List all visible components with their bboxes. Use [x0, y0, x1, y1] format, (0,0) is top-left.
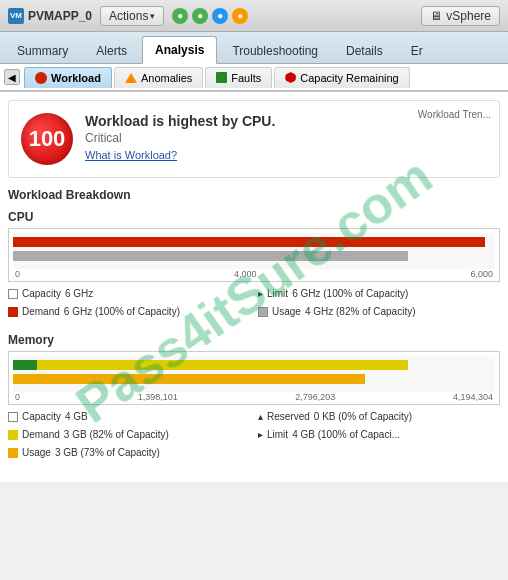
main-content: 100 Workload is highest by CPU. Critical… — [0, 92, 508, 482]
cpu-usage-label: Usage — [272, 304, 301, 320]
cpu-demand-bar — [13, 237, 485, 247]
cpu-usage-icon — [258, 307, 268, 317]
memory-usage-value: 3 GB (73% of Capacity) — [55, 445, 160, 461]
cpu-capacity-label: Capacity — [22, 286, 61, 302]
actions-label: Actions — [109, 9, 148, 23]
nav-icon-3[interactable]: ● — [212, 8, 228, 24]
nav-icon-2[interactable]: ● — [192, 8, 208, 24]
app-title: VM PVMAPP_0 — [8, 8, 92, 24]
trend-label: Workload Tren... — [418, 109, 491, 120]
alert-badge-value: 100 — [29, 126, 66, 152]
cpu-axis: 0 4,000 6,000 — [13, 269, 495, 279]
nav-icon-1[interactable]: ● — [172, 8, 188, 24]
sub-tab-capacity-label: Capacity Remaining — [300, 72, 398, 84]
memory-chart-area: 0 1,398,101 2,796,203 4,194,304 — [8, 351, 500, 405]
capacity-icon — [285, 72, 296, 83]
cpu-demand-row: Demand 6 GHz (100% of Capacity) — [8, 304, 250, 320]
tab-er[interactable]: Er — [398, 37, 436, 64]
workload-icon — [35, 72, 47, 84]
cpu-limit-label: Limit — [267, 286, 288, 302]
cpu-demand-label: Demand — [22, 304, 60, 320]
alert-box: 100 Workload is highest by CPU. Critical… — [8, 100, 500, 178]
memory-demand-bar — [13, 360, 408, 370]
memory-demand-icon — [8, 430, 18, 440]
sub-tab-prev[interactable]: ◀ — [4, 69, 20, 85]
memory-axis-2: 2,796,203 — [295, 392, 335, 402]
faults-icon — [216, 72, 227, 83]
memory-chart-section: Memory 0 1,398,101 2,796,203 4,194,304 C… — [8, 333, 500, 462]
memory-bar-container — [13, 356, 495, 392]
cpu-axis-0: 0 — [15, 269, 20, 279]
tab-analysis[interactable]: Analysis — [142, 36, 217, 64]
sub-tab-capacity[interactable]: Capacity Remaining — [274, 67, 409, 88]
title-bar: VM PVMAPP_0 Actions ▾ ● ● ● ● 🖥 vSphere — [0, 0, 508, 32]
sub-tab-faults[interactable]: Faults — [205, 67, 272, 88]
alert-severity: Critical — [85, 131, 487, 145]
vsphere-icon: 🖥 — [430, 9, 442, 23]
app-icon: VM — [8, 8, 24, 24]
memory-legend-grid: Capacity 4 GB ▴ Reserved 0 KB (0% of Cap… — [8, 409, 500, 462]
sub-tab-anomalies-label: Anomalies — [141, 72, 192, 84]
memory-axis-0: 0 — [15, 392, 20, 402]
sub-tabs-row: ◀ Workload Anomalies Faults Capacity Rem… — [0, 64, 508, 92]
memory-usage-bar — [13, 374, 365, 384]
alert-badge: 100 — [21, 113, 73, 165]
cpu-chart-section: CPU 0 4,000 6,000 Capacity 6 GHz — [8, 210, 500, 321]
sub-tab-workload-label: Workload — [51, 72, 101, 84]
memory-usage-label: Usage — [22, 445, 51, 461]
memory-limit-label: Limit — [267, 427, 288, 443]
memory-reserved-marker: ▴ — [258, 409, 263, 425]
memory-usage-icon — [8, 448, 18, 458]
cpu-legend: Capacity 6 GHz ▸ Limit 6 GHz (100% of Ca… — [8, 286, 500, 321]
cpu-axis-4000: 4,000 — [234, 269, 257, 279]
memory-reserved-label: Reserved — [267, 409, 310, 425]
cpu-demand-icon — [8, 307, 18, 317]
tab-troubleshooting[interactable]: Troubleshooting — [219, 37, 331, 64]
memory-legend: Capacity 4 GB ▴ Reserved 0 KB (0% of Cap… — [8, 409, 500, 462]
memory-limit-value: 4 GB (100% of Capaci... — [292, 427, 400, 443]
memory-reserved-row: ▴ Reserved 0 KB (0% of Capacity) — [258, 409, 500, 425]
cpu-demand-value: 6 GHz (100% of Capacity) — [64, 304, 180, 320]
cpu-label: CPU — [8, 210, 500, 224]
cpu-chart-area: 0 4,000 6,000 — [8, 228, 500, 282]
app-name: PVMAPP_0 — [28, 9, 92, 23]
cpu-usage-row: Usage 4 GHz (82% of Capacity) — [258, 304, 500, 320]
cpu-usage-bar — [13, 251, 408, 261]
memory-capacity-value: 4 GB — [65, 409, 88, 425]
cpu-limit-value: 6 GHz (100% of Capacity) — [292, 286, 408, 302]
actions-arrow: ▾ — [150, 11, 155, 21]
memory-axis-3: 4,194,304 — [453, 392, 493, 402]
cpu-bar-container — [13, 233, 495, 269]
cpu-capacity-icon — [8, 289, 18, 299]
memory-capacity-icon — [8, 412, 18, 422]
alert-text: Workload is highest by CPU. Critical Wha… — [85, 113, 487, 161]
memory-usage-row: Usage 3 GB (73% of Capacity) — [8, 445, 250, 461]
alert-link[interactable]: What is Workload? — [85, 149, 487, 161]
anomalies-icon — [125, 73, 137, 83]
sub-tab-anomalies[interactable]: Anomalies — [114, 67, 203, 88]
cpu-limit-row: ▸ Limit 6 GHz (100% of Capacity) — [258, 286, 500, 302]
tab-alerts[interactable]: Alerts — [83, 37, 140, 64]
cpu-axis-6000: 6,000 — [470, 269, 493, 279]
main-tabs: Summary Alerts Analysis Troubleshooting … — [0, 32, 508, 64]
memory-capacity-label: Capacity — [22, 409, 61, 425]
nav-icon-4[interactable]: ● — [232, 8, 248, 24]
sub-tab-faults-label: Faults — [231, 72, 261, 84]
memory-axis: 0 1,398,101 2,796,203 4,194,304 — [13, 392, 495, 402]
tab-details[interactable]: Details — [333, 37, 396, 64]
cpu-limit-marker: ▸ — [258, 286, 263, 302]
memory-capacity-row: Capacity 4 GB — [8, 409, 250, 425]
tab-summary[interactable]: Summary — [4, 37, 81, 64]
actions-button[interactable]: Actions ▾ — [100, 6, 164, 26]
sub-tab-workload[interactable]: Workload — [24, 67, 112, 88]
memory-demand-row: Demand 3 GB (82% of Capacity) — [8, 427, 250, 443]
memory-reserved-value: 0 KB (0% of Capacity) — [314, 409, 412, 425]
memory-limit-marker: ▸ — [258, 427, 263, 443]
vsphere-button[interactable]: 🖥 vSphere — [421, 6, 500, 26]
cpu-capacity-value: 6 GHz — [65, 286, 93, 302]
memory-limit-row: ▸ Limit 4 GB (100% of Capaci... — [258, 427, 500, 443]
cpu-usage-value: 4 GHz (82% of Capacity) — [305, 304, 416, 320]
memory-demand-label: Demand — [22, 427, 60, 443]
cpu-legend-grid: Capacity 6 GHz ▸ Limit 6 GHz (100% of Ca… — [8, 286, 500, 321]
cpu-capacity-row: Capacity 6 GHz — [8, 286, 250, 302]
